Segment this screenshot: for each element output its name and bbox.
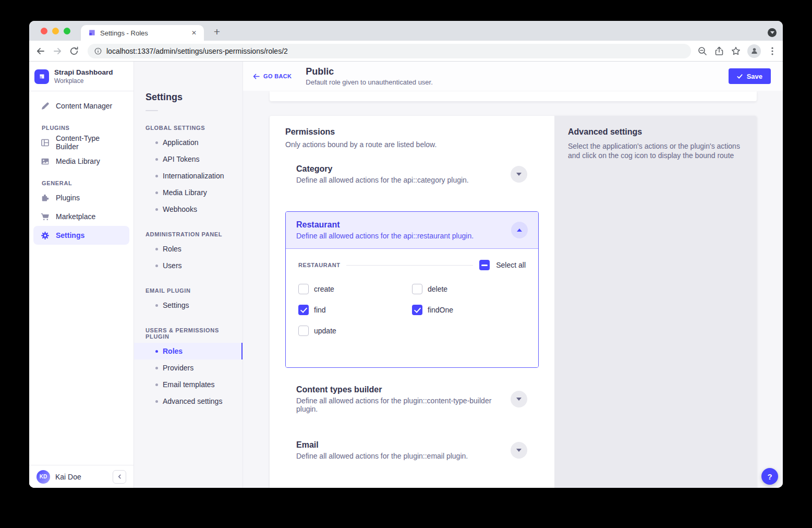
url-text[interactable]: localhost:1337/admin/settings/users-perm…	[106, 47, 288, 55]
page-title: Public	[306, 66, 433, 77]
strapi-logo-icon	[34, 69, 49, 84]
accordion-toggle-button[interactable]	[511, 391, 527, 407]
tab-search-button[interactable]	[768, 28, 777, 37]
url-bar[interactable]: localhost:1337/admin/settings/users-perm…	[88, 44, 691, 58]
subnav-item-admin-users[interactable]: Users	[134, 257, 243, 274]
select-all-label: Select all	[496, 261, 526, 269]
subnav-item-media-library[interactable]: Media Library	[134, 184, 243, 201]
page-header: GO BACK Public Default role given to una…	[243, 62, 783, 91]
close-tab-icon[interactable]: ✕	[189, 28, 199, 38]
browser-profile-button[interactable]	[747, 44, 761, 58]
accordion-content-types-builder[interactable]: Content types builder Define all allowed…	[285, 385, 539, 413]
subnav-item-label: Roles	[163, 245, 181, 253]
sidebar-item-plugins[interactable]: Plugins	[33, 188, 129, 207]
collapse-sidebar-button[interactable]	[113, 470, 126, 484]
accordion-description: Define all allowed actions for the plugi…	[296, 397, 511, 413]
subnav-section-users-permissions: USERS & PERMISSIONS PLUGIN Roles Provide…	[134, 327, 243, 410]
save-button-label: Save	[747, 73, 762, 80]
subnav-item-webhooks[interactable]: Webhooks	[134, 201, 243, 218]
zoom-out-icon[interactable]	[697, 46, 708, 56]
workspace-brand[interactable]: Strapi Dashboard Workplace	[29, 62, 134, 91]
permissions-grid: create delete find	[298, 284, 526, 346]
accordion-toggle-button[interactable]	[511, 442, 527, 459]
select-all-checkbox[interactable]	[479, 260, 490, 270]
accordion-category[interactable]: Category Define all allowed actions for …	[285, 163, 539, 185]
settings-nav-divider	[146, 110, 158, 111]
back-icon[interactable]	[35, 46, 46, 56]
forward-icon[interactable]	[52, 46, 63, 56]
delete-checkbox[interactable]	[412, 284, 422, 294]
accordion-description: Define all allowed actions for the plugi…	[296, 452, 468, 460]
strapi-app: Strapi Dashboard Workplace Content Manag…	[29, 62, 783, 488]
close-window-button[interactable]	[41, 28, 47, 34]
new-tab-button[interactable]: +	[210, 25, 224, 39]
accordion-toggle-button[interactable]	[511, 166, 527, 183]
accordion-title: Email	[296, 440, 468, 450]
browser-tab[interactable]: Settings - Roles ✕	[81, 25, 204, 41]
accordion-title: Restaurant	[296, 220, 474, 230]
main-area: GO BACK Public Default role given to una…	[243, 62, 783, 488]
accordion-restaurant-header[interactable]: Restaurant Define all allowed actions fo…	[286, 212, 538, 248]
subnav-item-label: Webhooks	[163, 205, 197, 213]
update-checkbox[interactable]	[298, 326, 309, 336]
accordion-email[interactable]: Email Define all allowed actions for the…	[285, 439, 539, 461]
subnav-item-api-tokens[interactable]: API Tokens	[134, 151, 243, 167]
browser-toolbar: localhost:1337/admin/settings/users-perm…	[29, 41, 783, 62]
permission-label: create	[314, 285, 334, 293]
permissions-subtitle: Only actions bound by a route are listed…	[285, 140, 539, 149]
sidebar-item-media-library[interactable]: Media Library	[33, 152, 129, 171]
sidebar-nav: Content Manager PLUGINS Content-Type Bui…	[29, 91, 134, 245]
fullscreen-window-button[interactable]	[64, 28, 70, 34]
subnav-item-admin-roles[interactable]: Roles	[134, 241, 243, 257]
bullet-icon	[155, 175, 158, 177]
findone-checkbox[interactable]	[412, 305, 422, 315]
sidebar-section-header: PLUGINS	[42, 125, 129, 131]
sidebar-user-row: KD Kai Doe	[29, 465, 134, 488]
settings-subnav: Settings GLOBAL SETTINGS Application API…	[134, 62, 243, 488]
permissions-card: Permissions Only actions bound by a rout…	[270, 116, 757, 488]
subnav-item-label: Media Library	[163, 188, 207, 197]
save-button[interactable]: Save	[729, 68, 771, 84]
chevron-left-icon	[117, 474, 123, 479]
minimize-window-button[interactable]	[52, 28, 59, 34]
share-icon[interactable]	[714, 46, 724, 56]
subnav-item-label: API Tokens	[163, 155, 200, 163]
sidebar-item-settings[interactable]: Settings	[33, 226, 129, 245]
subnav-item-advanced-settings[interactable]: Advanced settings	[134, 393, 243, 410]
layout-grid-icon	[41, 138, 50, 147]
sidebar-section-header: GENERAL	[42, 180, 129, 186]
accordion-title: Category	[296, 164, 469, 174]
reload-icon[interactable]	[69, 46, 79, 56]
bullet-icon	[155, 265, 158, 267]
sidebar-item-marketplace[interactable]: Marketplace	[33, 207, 129, 226]
accordion-restaurant-expanded: Restaurant Define all allowed actions fo…	[285, 211, 539, 368]
role-details-card-bottom	[270, 91, 757, 101]
more-menu-icon[interactable]	[767, 46, 778, 56]
page-subtitle: Default role given to unauthenticated us…	[306, 78, 433, 86]
find-checkbox[interactable]	[298, 305, 309, 315]
go-back-link[interactable]: GO BACK	[253, 73, 292, 79]
subnav-item-providers[interactable]: Providers	[134, 359, 243, 376]
sidebar-item-label: Media Library	[56, 157, 100, 165]
sidebar-item-content-manager[interactable]: Content Manager	[33, 97, 129, 115]
sidebar-item-label: Settings	[56, 231, 84, 239]
info-icon[interactable]	[94, 47, 102, 55]
star-icon[interactable]	[731, 46, 741, 56]
subnav-item-application[interactable]: Application	[134, 134, 243, 151]
permissions-title: Permissions	[285, 127, 539, 137]
subnav-item-internationalization[interactable]: Internationalization	[134, 167, 243, 184]
subnav-item-up-roles[interactable]: Roles	[134, 343, 243, 359]
sidebar-item-content-type-builder[interactable]: Content-Type Builder	[33, 133, 129, 152]
create-checkbox[interactable]	[298, 284, 309, 294]
help-button[interactable]: ?	[761, 468, 778, 485]
bullet-icon	[155, 191, 158, 194]
pencil-icon	[41, 102, 50, 111]
subnav-item-label: Internationalization	[163, 172, 224, 180]
accordion-toggle-button[interactable]	[511, 222, 528, 238]
accordion-i18n[interactable]: i18n	[285, 487, 539, 488]
subnav-item-email-templates[interactable]: Email templates	[134, 376, 243, 393]
subnav-item-email-settings[interactable]: Settings	[134, 297, 243, 314]
bullet-icon	[155, 367, 158, 369]
avatar[interactable]: KD	[37, 470, 50, 484]
main-sidebar: Strapi Dashboard Workplace Content Manag…	[29, 62, 134, 488]
